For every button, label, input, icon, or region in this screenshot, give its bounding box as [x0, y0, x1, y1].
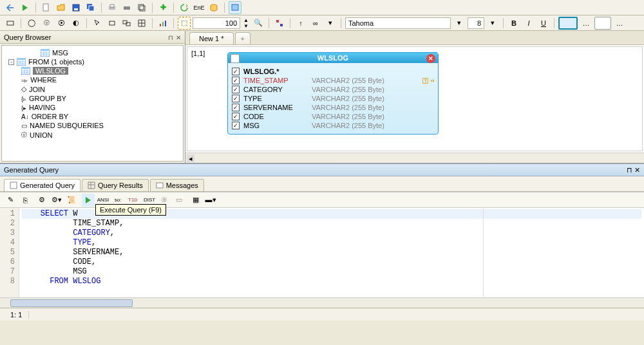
checkbox[interactable]: ✓ — [232, 122, 240, 129]
add-icon[interactable]: ✚ — [156, 1, 169, 14]
saveall-icon[interactable] — [84, 1, 97, 14]
tree-item[interactable]: ⦾UNION — [3, 130, 182, 140]
checkbox[interactable]: ✓ — [232, 95, 240, 102]
tree-item[interactable]: MSG — [3, 48, 182, 57]
save-icon[interactable] — [70, 1, 82, 14]
code-line[interactable]: CATEGORY, — [22, 228, 641, 238]
layers-icon[interactable] — [135, 1, 148, 14]
tab-generated-query[interactable]: Generated Query — [4, 179, 80, 191]
execute-button[interactable] — [82, 194, 95, 207]
column-row[interactable]: ✓SERVERNAMEVARCHAR2 (255 Byte) — [232, 103, 434, 112]
column-row[interactable]: ✓TYPEVARCHAR2 (255 Byte) — [232, 94, 434, 103]
checkbox[interactable]: ✓ — [232, 104, 240, 111]
fillcolor-button[interactable] — [558, 17, 578, 30]
grp-icon[interactable]: ▭ — [173, 194, 185, 207]
bold-button[interactable]: B — [507, 17, 520, 30]
wlslog-close-icon[interactable]: ✕ — [426, 54, 435, 63]
dropdown-icon[interactable]: ▾ — [324, 17, 337, 30]
code-line[interactable]: TYPE, — [22, 238, 641, 248]
box-icon[interactable] — [4, 17, 17, 30]
italic-button[interactable]: I — [522, 17, 535, 30]
query-tree[interactable]: MSG-FROM (1 objects)WLSLOG=▹WHERE◇JOIN{▹… — [1, 45, 184, 162]
gen-close-icon[interactable]: ✕ — [634, 166, 640, 174]
bg-button[interactable] — [594, 17, 611, 30]
gear2-icon[interactable]: ⚙▾ — [50, 194, 63, 207]
wlslog-window[interactable]: ▦ WLSLOG ✕ ✓WLSLOG.*✓TIME_STAMPVARCHAR2 … — [227, 52, 439, 135]
more2-button[interactable]: … — [613, 17, 626, 30]
tab-add[interactable]: + — [235, 32, 251, 44]
font-dd-icon[interactable]: ▾ — [453, 17, 466, 30]
code-line[interactable]: MSG — [22, 267, 641, 277]
pointer-icon[interactable] — [91, 17, 104, 30]
open-icon[interactable] — [55, 1, 68, 14]
editor-scrollbar[interactable] — [0, 297, 644, 308]
tree-item[interactable]: ▭NAMED SUBQUERIES — [3, 121, 182, 130]
env-icon[interactable]: EnE — [193, 1, 205, 14]
tree-item[interactable]: A↓ORDER BY — [3, 112, 182, 121]
column-row[interactable]: ✓CODEVARCHAR2 (255 Byte) — [232, 112, 434, 121]
wlslog-titlebar[interactable]: ▦ WLSLOG ✕ — [228, 53, 438, 63]
zoom-input[interactable] — [193, 17, 240, 29]
back-icon[interactable] — [4, 1, 17, 14]
circle1-icon[interactable]: ◯ — [25, 17, 38, 30]
rect-icon[interactable] — [106, 17, 118, 30]
window-icon[interactable] — [229, 1, 242, 14]
checkbox[interactable]: ✓ — [232, 86, 240, 93]
column-row[interactable]: ✓WLSLOG.* — [232, 67, 434, 76]
grid2-icon[interactable]: ▦ — [189, 194, 202, 207]
checkbox[interactable]: ✓ — [232, 113, 240, 120]
more1-button[interactable]: … — [580, 17, 592, 30]
script-icon[interactable]: 📜 — [65, 194, 78, 207]
run-icon[interactable] — [19, 1, 32, 14]
refresh-icon[interactable] — [178, 1, 191, 14]
checkbox[interactable]: ✓ — [232, 77, 240, 84]
expander-icon[interactable]: - — [8, 59, 14, 65]
diagram-canvas[interactable]: [1,1] ▦ WLSLOG ✕ ✓WLSLOG.*✓TIME_STAMPVAR… — [187, 46, 643, 151]
tree-item[interactable]: {▸HAVING — [3, 103, 182, 112]
canvas-scrollbar[interactable]: ◂ — [185, 153, 644, 163]
tab-messages[interactable]: Messages — [150, 179, 204, 191]
code-line[interactable]: SERVERNAME, — [22, 248, 641, 257]
db-icon[interactable] — [207, 1, 220, 14]
pin-icon[interactable]: ⊓ — [168, 34, 173, 41]
grid-icon[interactable] — [135, 17, 148, 30]
tree-item[interactable]: WLSLOG — [3, 66, 182, 75]
close-panel-icon[interactable]: ✕ — [176, 34, 181, 41]
circle2-icon[interactable]: ⦾ — [40, 17, 53, 30]
link-icon[interactable]: ∞ — [309, 17, 322, 30]
tree-item[interactable]: =▹WHERE — [3, 75, 182, 84]
checkbox[interactable]: ✓ — [232, 68, 240, 75]
fontsize-input[interactable] — [468, 17, 484, 29]
circle3-icon[interactable]: ⦿ — [55, 17, 68, 30]
code-line[interactable]: CODE, — [22, 257, 641, 267]
zoom-spinner[interactable]: ▲▼ — [242, 17, 250, 30]
moveup-icon[interactable]: ↑ — [294, 17, 307, 30]
edit-icon[interactable]: ✎ — [4, 194, 17, 207]
circle4-icon[interactable]: ◐ — [70, 17, 82, 30]
tree-item[interactable]: -FROM (1 objects) — [3, 57, 182, 66]
tree-item[interactable]: ◇JOIN — [3, 84, 182, 94]
tab-new1[interactable]: New 1 * — [189, 32, 234, 44]
gear1-icon[interactable]: ⚙ — [35, 194, 48, 207]
new-icon[interactable] — [40, 1, 53, 14]
sql-code[interactable]: SELECT W TIME_STAMP, CATEGORY, TYPE, SER… — [19, 208, 644, 297]
code-line[interactable]: TIME_STAMP, — [22, 219, 641, 228]
gen-pin-icon[interactable]: ⊓ — [627, 166, 632, 174]
column-row[interactable]: ✓MSGVARCHAR2 (255 Byte) — [232, 121, 434, 130]
wlslog-grid-icon[interactable]: ▦ — [231, 54, 240, 63]
column-row[interactable]: ✓TIME_STAMPVARCHAR2 (255 Byte)⚿ ▭ — [232, 76, 434, 85]
tree-item[interactable]: {▹GROUP BY — [3, 94, 182, 103]
print-icon[interactable] — [106, 1, 118, 14]
size-dd-icon[interactable]: ▾ — [486, 17, 499, 30]
bold2-icon[interactable]: ▬▾ — [204, 194, 217, 207]
preview-icon[interactable] — [120, 1, 133, 14]
copy-icon[interactable]: ⎘ — [19, 194, 32, 207]
underline-button[interactable]: U — [537, 17, 550, 30]
select-icon[interactable]: ⬚ — [178, 17, 191, 30]
tab-query-results[interactable]: Query Results — [82, 179, 149, 191]
code-line[interactable]: FROM WLSLOG — [22, 277, 641, 286]
column-row[interactable]: ✓CATEGORYVARCHAR2 (255 Byte) — [232, 85, 434, 94]
chart-icon[interactable] — [156, 17, 169, 30]
font-input[interactable] — [345, 17, 451, 29]
magnify-icon[interactable]: 🔍 — [252, 17, 265, 30]
